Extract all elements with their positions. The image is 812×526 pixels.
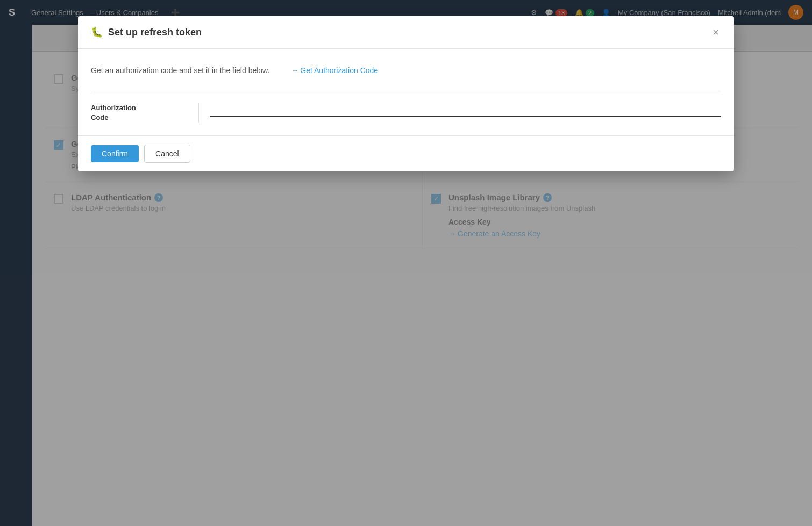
auth-code-divider — [198, 103, 199, 123]
dialog-body: Get an authorization code and set it in … — [78, 49, 734, 135]
auth-code-row: Authorization Code — [91, 92, 721, 123]
auth-code-label-line2: Code — [91, 113, 188, 123]
auth-code-label-line1: Authorization — [91, 103, 188, 113]
dialog-description-text: Get an authorization code and set it in … — [91, 66, 269, 75]
dialog-footer: Confirm Cancel — [78, 135, 734, 171]
dialog-description-row: Get an authorization code and set it in … — [91, 66, 721, 75]
auth-code-label: Authorization Code — [91, 103, 198, 123]
dialog-bug-icon: 🐛 — [91, 26, 103, 38]
confirm-button[interactable]: Confirm — [91, 145, 139, 162]
get-auth-code-link[interactable]: Get Authorization Code — [291, 66, 378, 75]
dialog-close-button[interactable]: × — [710, 25, 721, 40]
refresh-token-dialog: 🐛 Set up refresh token × Get an authoriz… — [78, 16, 734, 171]
dialog-title: Set up refresh token — [108, 27, 705, 38]
auth-code-input-wrapper — [210, 103, 721, 117]
cancel-button[interactable]: Cancel — [144, 145, 190, 163]
auth-code-input[interactable] — [210, 103, 721, 117]
dialog-header: 🐛 Set up refresh token × — [78, 16, 734, 49]
